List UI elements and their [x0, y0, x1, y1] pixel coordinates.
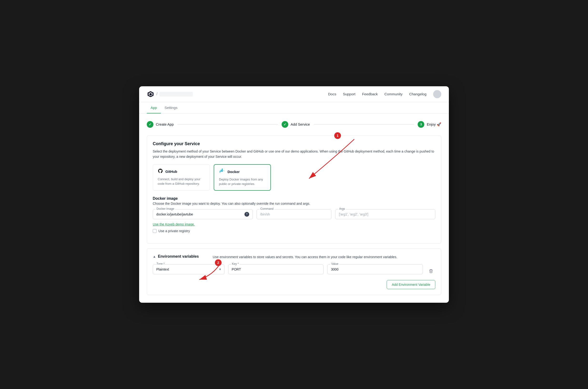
value-field-group: Value — [327, 264, 423, 274]
key-input[interactable] — [228, 264, 324, 274]
command-field-group: Command — [257, 209, 332, 219]
step-3-label: Enjoy 🚀 — [427, 122, 441, 127]
docker-card-header: Docker — [219, 168, 266, 175]
github-card-name: GitHub — [165, 169, 177, 173]
env-title: Environment variables — [158, 254, 199, 259]
docker-image-title: Docker image — [153, 196, 435, 201]
tab-app[interactable]: App — [147, 102, 161, 113]
step-create-app: ✓ Create App — [147, 121, 174, 128]
step-1-circle: ✓ — [147, 121, 154, 128]
nav-docs[interactable]: Docs — [328, 92, 336, 96]
docker-image-input[interactable] — [156, 210, 243, 219]
stepper: ✓ Create App ✓ Add Service 3 Enjoy 🚀 — [147, 121, 441, 128]
annotation-2: 2 — [215, 259, 221, 266]
docker-image-input-wrapper: ? — [153, 209, 253, 219]
svg-rect-4 — [221, 171, 221, 172]
docker-card-name: Docker — [227, 170, 240, 174]
header-left: / — [147, 90, 193, 98]
logo-icon — [147, 90, 155, 98]
help-icon[interactable]: ? — [245, 212, 249, 217]
step-enjoy: 3 Enjoy 🚀 — [418, 121, 441, 128]
github-card-desc: Connect, build and deploy your code from… — [158, 177, 205, 186]
main-content: ✓ Create App ✓ Add Service 3 Enjoy 🚀 1 C… — [139, 113, 449, 303]
command-input[interactable] — [257, 209, 332, 219]
nav-feedback[interactable]: Feedback — [362, 92, 378, 96]
type-field-group: Type * Plaintext Secret ▼ — [153, 264, 224, 274]
breadcrumb-app-name — [159, 92, 193, 97]
env-header: ▲ Environment variables Use environment … — [153, 254, 435, 259]
github-icon — [158, 168, 163, 175]
docker-image-field-group: Docker image ? — [153, 209, 253, 219]
step-1-label: Create App — [156, 122, 174, 126]
svg-point-9 — [220, 172, 220, 173]
private-registry-label: Use a private registry — [158, 229, 190, 233]
docker-image-label: Docker image — [155, 207, 175, 210]
value-label: Value — [330, 262, 339, 265]
configure-service-section: 1 Configure your Service Select the depl… — [147, 135, 441, 244]
env-fields-row: Type * Plaintext Secret ▼ Key * — [153, 264, 435, 275]
user-avatar[interactable] — [433, 90, 441, 98]
docker-image-desc: Choose the Docker image you want to depl… — [153, 202, 435, 205]
type-select-wrapper: Plaintext Secret ▼ — [153, 264, 224, 274]
collapse-icon[interactable]: ▲ — [153, 255, 156, 258]
github-card-header: GitHub — [158, 168, 205, 175]
step-line-2 — [314, 124, 414, 125]
svg-rect-5 — [222, 171, 223, 172]
step-2-label: Add Service — [291, 122, 310, 126]
annotation-1: 1 — [334, 132, 341, 139]
command-label: Command — [259, 207, 275, 210]
docker-fields-row: Docker image ? Command Args — [153, 209, 435, 219]
svg-rect-6 — [221, 170, 221, 171]
configure-service-title: Configure your Service — [153, 141, 435, 146]
args-input[interactable] — [335, 209, 435, 219]
private-registry-checkbox[interactable] — [153, 229, 156, 233]
tab-settings[interactable]: Settings — [161, 102, 181, 113]
add-env-row: Add Environment Variable — [153, 280, 435, 289]
step-3-circle: 3 — [418, 121, 424, 128]
key-label: Key * — [231, 262, 240, 265]
step-add-service: ✓ Add Service — [282, 121, 310, 128]
key-field-group: Key * — [228, 264, 324, 274]
docker-image-section: Docker image Choose the Docker image you… — [153, 196, 435, 233]
nav-community[interactable]: Community — [385, 92, 403, 96]
deployment-cards: GitHub Connect, build and deploy your co… — [153, 164, 435, 191]
svg-rect-8 — [222, 168, 223, 169]
args-label: Args — [338, 207, 346, 210]
svg-rect-3 — [220, 171, 221, 172]
value-input[interactable] — [327, 264, 423, 274]
step-line-1 — [178, 124, 278, 125]
args-field-group: Args — [335, 209, 435, 219]
docker-icon — [219, 168, 225, 175]
add-env-button[interactable]: Add Environment Variable — [387, 280, 435, 289]
github-card[interactable]: GitHub Connect, build and deploy your co… — [153, 164, 210, 191]
env-header-left: ▲ Environment variables — [153, 254, 205, 259]
docker-card[interactable]: Docker Deploy Docker images from any pub… — [214, 164, 271, 191]
app-header: / Docs Support Feedback Community Change… — [139, 86, 449, 102]
env-desc: Use environment variables to store value… — [213, 254, 397, 259]
main-nav: Docs Support Feedback Community Changelo… — [328, 90, 441, 98]
env-variables-section: 2 ▲ Environment variables Use environmen… — [147, 248, 441, 295]
demo-image-link[interactable]: Use the Koyeb demo image. — [153, 222, 195, 226]
nav-support[interactable]: Support — [343, 92, 355, 96]
private-registry-row: Use a private registry — [153, 229, 435, 233]
page-tabs: App Settings — [139, 102, 449, 113]
breadcrumb-separator: / — [156, 92, 157, 97]
delete-env-button[interactable] — [427, 267, 435, 275]
step-2-circle: ✓ — [282, 121, 288, 128]
docker-card-desc: Deploy Docker images from any public or … — [219, 177, 266, 186]
type-select[interactable]: Plaintext Secret — [153, 264, 224, 274]
configure-service-desc: Select the deployment method of your Ser… — [153, 149, 435, 160]
nav-changelog[interactable]: Changelog — [409, 92, 427, 96]
